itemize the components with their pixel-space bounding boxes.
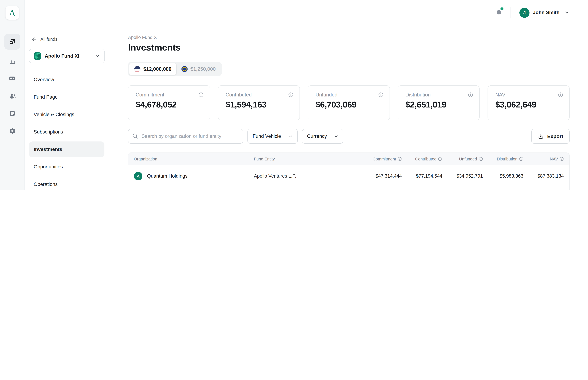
sidebar-nav-item[interactable]: Vehicle & Closings — [29, 107, 104, 122]
stat-value: $2,651,019 — [405, 100, 473, 110]
all-funds-link[interactable]: All funds — [40, 37, 57, 42]
info-icon[interactable] — [288, 92, 293, 97]
currency-toggle-usd[interactable]: $12,000,000 — [129, 63, 176, 75]
sidebar-nav-item[interactable]: Subscriptions — [29, 124, 104, 140]
table-row[interactable]: A Pinnacle Investments LLC Apollo Holdin… — [128, 187, 569, 190]
rail-item-settings[interactable] — [6, 125, 18, 137]
document-icon — [9, 110, 16, 117]
info-icon[interactable] — [478, 157, 483, 161]
chevron-down-icon — [564, 10, 570, 15]
us-flag-icon — [134, 66, 141, 72]
stat-value: $3,062,649 — [495, 100, 563, 110]
download-icon — [538, 133, 544, 139]
eur-amount: €1,250,000 — [190, 66, 216, 72]
unfunded-value: $34,952,791 — [442, 173, 483, 179]
eu-flag-icon — [181, 66, 188, 72]
organization-name: Quantum Holdings — [147, 173, 188, 179]
sidebar-nav-item[interactable]: Operations — [29, 176, 104, 190]
stat-card: Commitment $4,678,052 — [128, 85, 210, 120]
stat-value: $4,678,052 — [136, 100, 204, 110]
usd-amount: $12,000,000 — [143, 66, 171, 72]
topbar: J John Smith — [25, 0, 588, 25]
currency-toggle: $12,000,000 €1,250,000 — [128, 62, 222, 76]
commitment-value: $47,314,444 — [361, 173, 402, 179]
app: A — [0, 0, 588, 190]
column-contributed: Contributed — [402, 157, 442, 161]
rail-item-vehicles[interactable] — [6, 72, 18, 84]
sidebar-nav-item[interactable]: Opportunities — [29, 159, 104, 175]
export-label: Export — [547, 133, 563, 139]
info-icon[interactable] — [378, 92, 383, 97]
main-content: Apollo Fund X Investments — [109, 25, 588, 190]
info-icon[interactable] — [560, 157, 564, 161]
stat-label: Unfunded — [315, 92, 337, 98]
user-name: John Smith — [533, 10, 560, 15]
rail-item-funds[interactable] — [4, 34, 20, 50]
sidebar: All funds Apollo Fund XI Overview — [25, 25, 109, 190]
sidebar-nav-item[interactable]: Overview — [29, 72, 104, 88]
app-logo[interactable]: A — [5, 6, 19, 19]
sidebar-nav-label: Opportunities — [34, 164, 63, 170]
user-avatar: J — [519, 7, 530, 18]
sidebar-nav: Overview Fund Page Vehicle & Closings Su… — [25, 72, 109, 190]
currency-dropdown[interactable]: Currency — [302, 129, 343, 144]
rail-item-documents[interactable] — [6, 107, 18, 119]
info-icon[interactable] — [198, 92, 204, 97]
cards-icon — [9, 75, 16, 82]
info-icon[interactable] — [438, 157, 442, 161]
sidebar-nav-label: Operations — [34, 182, 58, 187]
stat-value: $1,594,163 — [226, 100, 293, 110]
fund-gem-icon — [33, 52, 41, 60]
chevron-down-icon — [288, 134, 293, 139]
fund-vehicle-dropdown[interactable]: Fund Vehicle — [247, 129, 298, 144]
fund-selector[interactable]: Apollo Fund XI — [29, 49, 105, 63]
chevron-down-icon — [334, 134, 339, 139]
search-box — [128, 129, 243, 144]
topbar-divider — [511, 7, 511, 18]
info-icon[interactable] — [468, 92, 473, 97]
stat-card: NAV $3,062,649 — [488, 85, 570, 120]
stat-label: Commitment — [136, 92, 164, 98]
icon-rail: A — [0, 0, 25, 190]
column-nav: NAV — [523, 157, 564, 161]
currency-label: Currency — [307, 133, 327, 139]
fund-entity: Apollo Ventures L.P. — [254, 173, 361, 179]
stat-value: $6,703,069 — [315, 100, 383, 110]
user-menu[interactable]: J John Smith — [519, 7, 570, 18]
back-to-all-funds[interactable]: All funds — [31, 37, 109, 42]
bar-chart-icon — [9, 57, 16, 64]
organization-avatar: A — [134, 172, 142, 180]
logo-letter: A — [9, 8, 16, 18]
notifications-button[interactable] — [495, 9, 503, 16]
rail-item-investors[interactable] — [6, 90, 18, 102]
table-body: A Quantum Holdings Apollo Ventures L.P. … — [128, 165, 569, 190]
info-icon[interactable] — [519, 157, 523, 161]
sidebar-nav-item[interactable]: Fund Page — [29, 89, 104, 105]
distribution-value: $5,983,363 — [483, 173, 523, 179]
search-input[interactable] — [128, 129, 243, 144]
funds-check-icon — [9, 38, 16, 45]
stat-cards: Commitment $4,678,052 Contributed — [128, 85, 570, 120]
notification-badge — [500, 7, 503, 10]
currency-toggle-eur[interactable]: €1,250,000 — [176, 63, 221, 75]
rail-item-analytics[interactable] — [6, 55, 18, 67]
nav-value: $87,383,134 — [523, 173, 564, 179]
breadcrumb: Apollo Fund X — [128, 35, 570, 40]
info-icon[interactable] — [398, 157, 402, 161]
table-header: Organization Fund Entity Commitment Cont… — [128, 153, 569, 165]
sidebar-nav-label: Vehicle & Closings — [34, 112, 74, 117]
contributed-value: $77,194,544 — [402, 173, 442, 179]
info-icon[interactable] — [558, 92, 563, 97]
table-row[interactable]: A Quantum Holdings Apollo Ventures L.P. … — [128, 165, 569, 187]
stat-card: Unfunded $6,703,069 — [308, 85, 390, 120]
sidebar-nav-label: Subscriptions — [34, 129, 63, 135]
column-distribution: Distribution — [483, 157, 523, 161]
chevron-down-icon — [95, 53, 100, 59]
filter-bar: Fund Vehicle Currency Export — [128, 129, 570, 144]
column-commitment: Commitment — [361, 157, 402, 161]
export-button[interactable]: Export — [531, 129, 570, 144]
fund-vehicle-label: Fund Vehicle — [253, 133, 281, 139]
sidebar-nav-item[interactable]: Investments — [29, 141, 104, 157]
sidebar-nav-label: Fund Page — [34, 94, 58, 100]
stat-label: NAV — [495, 92, 505, 98]
